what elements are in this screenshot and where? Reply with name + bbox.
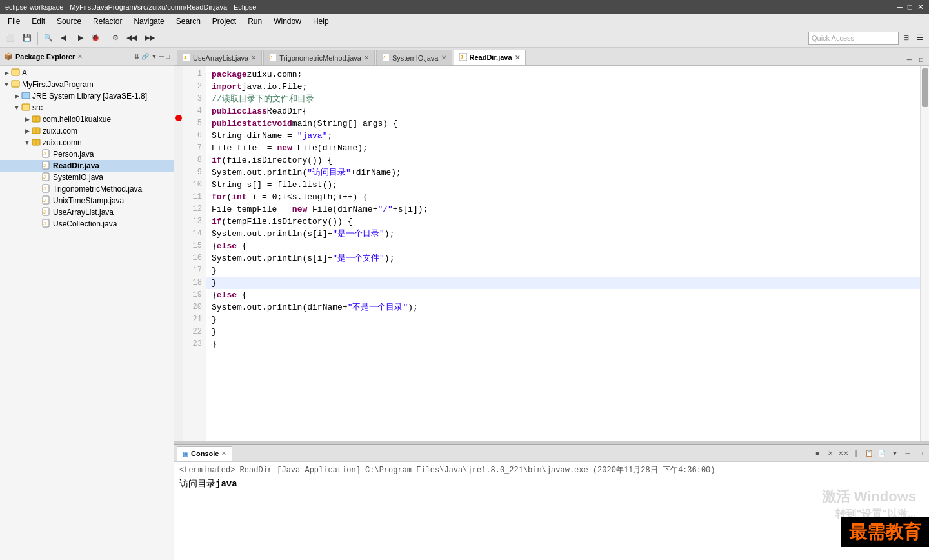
code-line-8: if(file.isDirectory()) {	[206, 154, 920, 166]
minimize-button[interactable]: ─	[897, 3, 903, 12]
tree-item-systemio[interactable]: JSystemIO.java	[0, 172, 174, 183]
line-number-15: 15	[186, 240, 202, 252]
toolbar-btn-1[interactable]: 🔍	[41, 32, 56, 44]
tree-item-trigonometric[interactable]: JTrigonometricMethod.java	[0, 183, 174, 195]
tab-close-icon[interactable]: ✕	[515, 54, 520, 61]
code-line-13: if(tempFile.isDirectory()) {	[206, 215, 920, 228]
console-copy-btn[interactable]: 📋	[863, 448, 875, 459]
tree-arrow-src: ▼	[13, 105, 21, 111]
code-scrollbar[interactable]	[920, 66, 929, 441]
maximize-button[interactable]: □	[908, 3, 912, 12]
line-number-6: 6	[186, 130, 202, 142]
sidebar-maximize-icon[interactable]: □	[166, 53, 170, 60]
code-line-12: File tempFile = new File(dirName+"/"+s[i…	[206, 203, 920, 215]
tab-label: UseArrayList.java	[193, 54, 248, 62]
console-output-area: <terminated> ReadDir [Java Application] …	[174, 462, 929, 560]
tree-label-zuixu: zuixu.com	[43, 126, 77, 135]
editor-tab-minimize[interactable]: ─	[904, 54, 915, 65]
tree-item-src[interactable]: ▼src	[0, 102, 174, 114]
toolbar-save[interactable]: 💾	[19, 32, 35, 44]
menu-window[interactable]: Window	[268, 15, 306, 27]
close-button[interactable]: ✕	[917, 3, 924, 12]
menu-project[interactable]: Project	[207, 15, 241, 27]
tree-item-readdir[interactable]: JReadDir.java	[0, 160, 174, 172]
tab-label: ReadDir.java	[470, 54, 512, 61]
sidebar-link-icon[interactable]: 🔗	[141, 53, 149, 60]
editor-tab-SystemIO-java[interactable]: JSystemIO.java✕	[376, 50, 452, 65]
tree-item-zuixu[interactable]: ▶zuixu.com	[0, 125, 174, 137]
svg-text:J: J	[43, 152, 46, 156]
menu-search[interactable]: Search	[171, 15, 206, 27]
tab-close-icon[interactable]: ✕	[251, 54, 256, 61]
breakpoint-marker[interactable]	[175, 115, 182, 121]
editor-tab-UseArrayList-java[interactable]: JUseArrayList.java✕	[177, 50, 262, 65]
tree-item-unixtimestamp[interactable]: JUnixTimeStamp.java	[0, 195, 174, 206]
tree-item-person[interactable]: JPerson.java	[0, 148, 174, 160]
tree-label-person: Person.java	[53, 150, 94, 159]
line-number-3: 3	[186, 93, 202, 105]
line-number-1: 1	[186, 68, 202, 81]
menu-navigate[interactable]: Navigate	[128, 15, 169, 27]
line-number-7: 7	[186, 142, 202, 154]
console-maximize-btn[interactable]: □	[915, 448, 926, 459]
line-number-22: 22	[186, 326, 202, 338]
tree-item-a[interactable]: ▶A	[0, 67, 174, 79]
console-remove-all-btn[interactable]: ✕✕	[837, 448, 849, 459]
tab-label: TrigonometricMethod.java	[279, 54, 361, 62]
sidebar-minimize-icon[interactable]: ─	[159, 53, 164, 60]
tree-label-mfjp: MyFirstJavaProgram	[22, 80, 94, 89]
console-remove-btn[interactable]: ✕	[824, 448, 836, 459]
tab-close-icon[interactable]: ✕	[441, 54, 446, 61]
tree-icon-usecollection: J	[41, 219, 52, 229]
console-stop-btn[interactable]: ■	[812, 448, 823, 459]
tree-arrow-mfjp: ▼	[3, 81, 10, 88]
tab-close-icon[interactable]: ✕	[364, 54, 369, 61]
toolbar-btn-5[interactable]: ▶▶	[141, 32, 158, 44]
console-paste-btn[interactable]: 📄	[876, 448, 888, 459]
console-minimize-btn[interactable]: ─	[902, 448, 914, 459]
toolbar-btn-4[interactable]: ◀◀	[123, 32, 140, 44]
code-line-23: }	[206, 338, 920, 350]
toolbar-run[interactable]: ▶	[75, 32, 86, 44]
tree-label-com.hello01: com.hello01kuaixue	[43, 115, 111, 124]
toolbar-btn-3[interactable]: ⚙	[109, 32, 122, 44]
tree-arrow-zuixu-comn: ▼	[23, 139, 31, 146]
tree-icon-readdir: J	[41, 161, 52, 171]
title-text: eclipse-workspace - MyFirstJavaProgram/s…	[5, 3, 256, 11]
tree-item-usecollection[interactable]: JUseCollection.java	[0, 218, 174, 230]
console-tab[interactable]: ▣ Console ✕	[177, 446, 232, 461]
toolbar-btn-2[interactable]: ◀	[57, 32, 69, 44]
code-line-6: String dirName = "java";	[206, 130, 920, 142]
tree-item-zuixu-comn[interactable]: ▼zuixu.comn	[0, 137, 174, 148]
code-line-21: }	[206, 314, 920, 326]
console-menu-btn[interactable]: ▼	[889, 448, 901, 459]
sidebar-header: 📦 Package Explorer ✕ ⇊ 🔗 ▼ ─ □	[0, 48, 174, 66]
menu-edit[interactable]: Edit	[26, 15, 50, 27]
tree-item-usearraylist[interactable]: JUseArrayList.java	[0, 206, 174, 218]
menu-source[interactable]: Source	[52, 15, 86, 27]
menu-run[interactable]: Run	[243, 15, 267, 27]
editor-tab-maximize[interactable]: □	[916, 54, 926, 65]
console-tab-close-icon[interactable]: ✕	[221, 450, 226, 457]
editor-tab-ReadDir-java[interactable]: JReadDir.java✕	[454, 50, 526, 65]
quick-access-input[interactable]: Quick Access	[808, 32, 899, 45]
tree-item-mfjp[interactable]: ▼MyFirstJavaProgram	[0, 79, 174, 90]
toolbar-view[interactable]: ☰	[914, 32, 926, 44]
tree-arrow-zuixu: ▶	[23, 128, 31, 134]
sidebar-menu-icon[interactable]: ▼	[151, 53, 157, 60]
toolbar-debug[interactable]: 🐞	[88, 32, 103, 44]
tree-label-readdir: ReadDir.java	[53, 161, 99, 170]
tree-item-com.hello01[interactable]: ▶com.hello01kuaixue	[0, 114, 174, 125]
code-content[interactable]: package zuixu.comn;import java.io.File;/…	[206, 66, 920, 441]
menu-refactor[interactable]: Refactor	[88, 15, 127, 27]
tab-java-icon: J	[269, 54, 277, 63]
console-clear-btn[interactable]: □	[799, 448, 810, 459]
tree-item-jre[interactable]: ▶JRE System Library [JavaSE-1.8]	[0, 90, 174, 102]
menu-help[interactable]: Help	[308, 15, 334, 27]
editor-tab-TrigonometricMethod-java[interactable]: JTrigonometricMethod.java✕	[263, 50, 375, 65]
menu-file[interactable]: File	[3, 15, 25, 27]
toolbar-sep-1	[37, 32, 38, 45]
sidebar-collapse-icon[interactable]: ⇊	[134, 53, 139, 60]
toolbar-perspective[interactable]: ⊞	[900, 32, 912, 44]
toolbar-new[interactable]: ⬜	[3, 32, 18, 44]
